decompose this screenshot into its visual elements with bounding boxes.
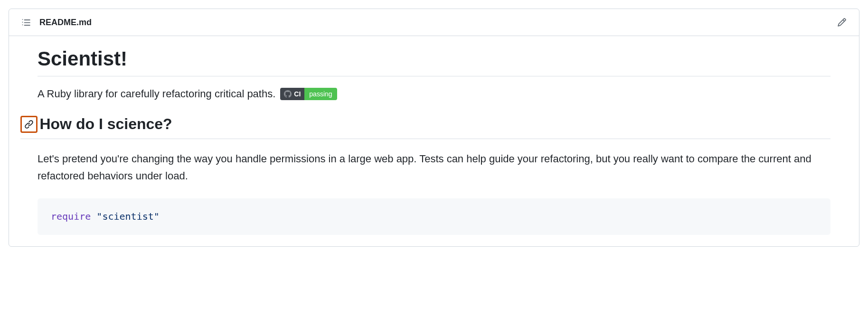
readme-filename: README.md	[39, 18, 834, 28]
section-heading-row: How do I science?	[20, 115, 830, 139]
badge-status: passing	[304, 88, 337, 100]
section-heading: How do I science?	[39, 115, 172, 132]
github-icon	[284, 90, 292, 98]
readme-container: README.md Scientist! A Ruby library for …	[9, 9, 859, 247]
code-space	[91, 211, 96, 222]
badge-label: CI	[294, 90, 301, 98]
list-icon[interactable]	[19, 15, 34, 30]
ci-badge[interactable]: CI passing	[280, 88, 337, 100]
description-text: A Ruby library for carefully refactoring…	[38, 88, 275, 100]
code-block: require "scientist"	[38, 198, 830, 235]
code-keyword: require	[51, 211, 91, 222]
pencil-icon[interactable]	[834, 15, 849, 30]
page-title: Scientist!	[38, 47, 830, 76]
readme-content: Scientist! A Ruby library for carefully …	[9, 36, 859, 246]
section-paragraph: Let's pretend you're changing the way yo…	[38, 150, 830, 185]
code-string: "scientist"	[96, 211, 159, 222]
badge-left: CI	[280, 88, 304, 100]
link-icon[interactable]	[20, 116, 38, 133]
description-row: A Ruby library for carefully refactoring…	[38, 88, 830, 100]
readme-header: README.md	[9, 9, 859, 36]
